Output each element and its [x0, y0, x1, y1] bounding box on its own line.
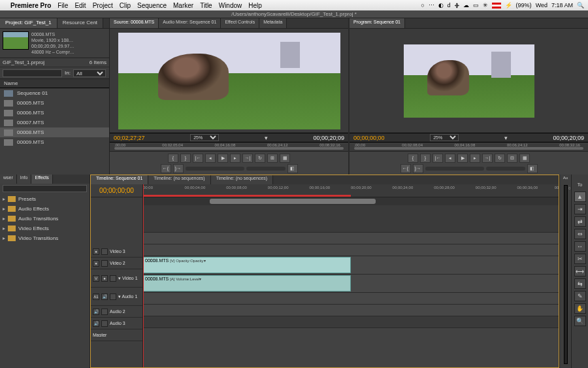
marker-next-button[interactable]: }→ — [413, 164, 423, 173]
jog-slider[interactable] — [186, 167, 244, 171]
speaker-icon[interactable]: 🔊 — [101, 293, 108, 300]
tab-effects[interactable]: Effects — [31, 175, 52, 184]
export-frame-button[interactable]: ◧ — [527, 164, 538, 173]
tray-icon[interactable]: ᚖ — [455, 2, 459, 8]
go-to-in-button[interactable]: |← — [193, 154, 203, 163]
mark-in-button[interactable]: { — [168, 154, 178, 163]
mark-out-button[interactable]: } — [420, 154, 431, 163]
mark-in-button[interactable]: { — [408, 154, 418, 163]
spotlight-icon[interactable]: 🔍 — [577, 2, 584, 8]
timeline-clip-audio[interactable]: 00008.MTS [A] Volume:Level▾ — [143, 275, 351, 292]
lift-button[interactable]: ⊟ — [507, 154, 517, 163]
loop-button[interactable]: ↻ — [495, 154, 505, 163]
marker-prev-button[interactable]: ←{ — [400, 164, 411, 173]
source-time-ruler[interactable]: ;00;00 00;02;05;04 00;04;16;08 00;06;24;… — [110, 142, 348, 151]
bin-item-clip[interactable]: 00007.MTS — [0, 118, 109, 127]
bin-item-clip[interactable]: 00009.MTS — [0, 137, 109, 147]
track-lane-a1[interactable]: 00008.MTS [A] Volume:Level▾ — [143, 275, 559, 293]
menu-sequence[interactable]: Sequence — [137, 2, 167, 9]
marker-prev-button[interactable]: ←{ — [161, 164, 171, 173]
menu-marker[interactable]: Marker — [173, 2, 193, 9]
flag-icon[interactable] — [492, 3, 501, 8]
bin-item-sequence[interactable]: Sequence 01 — [0, 88, 109, 98]
tab-program[interactable]: Program: Sequence 01 — [350, 18, 405, 28]
slide-tool[interactable]: ⇆ — [574, 278, 586, 289]
effects-folder-audio-effects[interactable]: ▸Audio Effects — [0, 204, 90, 214]
effects-folder-video-effects[interactable]: ▸Video Effects — [0, 224, 90, 233]
track-header-v2[interactable]: ●Video 2 — [91, 258, 142, 269]
loop-button[interactable]: ↻ — [255, 154, 265, 163]
step-fwd-button[interactable]: ▸ — [470, 154, 480, 163]
selection-tool[interactable]: ▲ — [574, 192, 586, 202]
lock-icon[interactable] — [101, 309, 108, 315]
program-duration-tc[interactable]: 00;00;20;09 — [553, 135, 584, 141]
clip-thumbnail[interactable] — [3, 31, 29, 50]
source-duration-tc[interactable]: 00;00;20;09 — [313, 135, 344, 141]
tray-icon[interactable]: d — [448, 2, 451, 8]
track-lane-a2[interactable] — [143, 293, 559, 305]
slip-tool[interactable]: ⟷ — [574, 266, 586, 276]
tab-project[interactable]: Project: GIF_Test_1 — [0, 18, 57, 28]
track-header-master[interactable]: Master — [91, 329, 142, 341]
step-back-button[interactable]: ◂ — [205, 154, 216, 163]
timeline-zoom-scrollbar[interactable] — [143, 197, 559, 205]
track-lane-a3[interactable] — [143, 305, 559, 316]
shuttle-slider[interactable] — [246, 167, 286, 171]
menu-edit[interactable]: Edit — [74, 2, 86, 9]
tray-icon[interactable]: ⋯ — [429, 2, 434, 8]
go-to-out-button[interactable]: →| — [482, 154, 493, 163]
track-header-a3[interactable]: 🔊Audio 3 — [91, 318, 142, 329]
target-a[interactable]: A1 — [93, 293, 99, 300]
step-back-button[interactable]: ◂ — [445, 154, 455, 163]
tab-timeline-empty[interactable]: Timeline: (no sequences) — [211, 175, 273, 184]
project-search-input[interactable] — [3, 69, 62, 77]
mark-out-button[interactable]: } — [180, 154, 191, 163]
track-header-v3[interactable]: ●Video 3 — [91, 246, 142, 258]
app-name[interactable]: Premiere Pro — [10, 2, 51, 9]
tray-icon[interactable]: ✳ — [483, 2, 488, 8]
tab-audio-mixer[interactable]: Audio Mixer: Sequence 01 — [159, 18, 221, 28]
export-frame-button[interactable]: ◧ — [287, 164, 298, 173]
marker-next-button[interactable]: }→ — [173, 164, 184, 173]
column-header-name[interactable]: Name — [0, 79, 109, 88]
effects-search-input[interactable] — [3, 185, 87, 192]
insert-button[interactable]: ⊞ — [267, 154, 278, 163]
rate-stretch-tool[interactable]: ↔ — [574, 241, 586, 252]
go-to-in-button[interactable]: |← — [433, 154, 443, 163]
project-filter-select[interactable]: All — [73, 69, 106, 77]
playhead[interactable] — [143, 184, 144, 367]
track-lane-master[interactable] — [143, 316, 559, 328]
menu-file[interactable]: File — [57, 2, 68, 9]
bin-item-clip[interactable]: 00008.MTS — [0, 127, 109, 137]
lock-icon[interactable] — [101, 320, 108, 327]
track-header-a2[interactable]: 🔊Audio 2 — [91, 306, 142, 318]
speaker-icon[interactable]: 🔊 — [93, 309, 99, 315]
eye-icon[interactable]: ● — [93, 260, 99, 267]
ruler-scrollbar[interactable] — [114, 147, 343, 150]
zoom-tool[interactable]: 🔍 — [574, 316, 586, 326]
program-time-ruler[interactable]: ;00;00 00;02;08;04 00;04;16;08 00;06;24;… — [350, 142, 588, 151]
timeline-position-tc[interactable]: 00;00;00;00 — [91, 184, 142, 197]
tab-timeline-empty[interactable]: Timeline: (no sequences) — [148, 175, 210, 184]
tab-effect-controls[interactable]: Effect Controls — [221, 18, 259, 28]
pen-tool[interactable]: ✎ — [574, 291, 586, 301]
play-button[interactable]: ▶ — [218, 154, 228, 163]
track-lane-v1[interactable]: 00008.MTS [V] Opacity:Opacity▾ — [143, 256, 559, 275]
rolling-edit-tool[interactable]: ⇔ — [574, 229, 586, 239]
bin-item-clip[interactable]: 00005.MTS — [0, 98, 109, 108]
ripple-edit-tool[interactable]: ⇄ — [574, 216, 586, 227]
source-zoom-select[interactable]: 25% — [190, 134, 219, 141]
tab-metadata[interactable]: Metadata — [259, 18, 287, 28]
hand-tool[interactable]: ✋ — [574, 303, 586, 314]
timeline-clip-video[interactable]: 00008.MTS [V] Opacity:Opacity▾ — [143, 257, 351, 273]
lock-icon[interactable] — [101, 260, 108, 267]
bin-item-clip[interactable]: 00006.MTS — [0, 108, 109, 118]
menu-title[interactable]: Title — [200, 2, 212, 9]
battery-icon[interactable]: ⚡ — [505, 2, 512, 8]
scrollbar-handle[interactable] — [210, 199, 376, 204]
razor-tool[interactable]: ✂ — [574, 254, 586, 264]
effects-folder-video-transitions[interactable]: ▸Video Transitions — [0, 233, 90, 243]
go-to-out-button[interactable]: →| — [242, 154, 253, 163]
ruler-scrollbar[interactable] — [354, 147, 583, 150]
program-zoom-select[interactable]: 25% — [430, 134, 459, 141]
